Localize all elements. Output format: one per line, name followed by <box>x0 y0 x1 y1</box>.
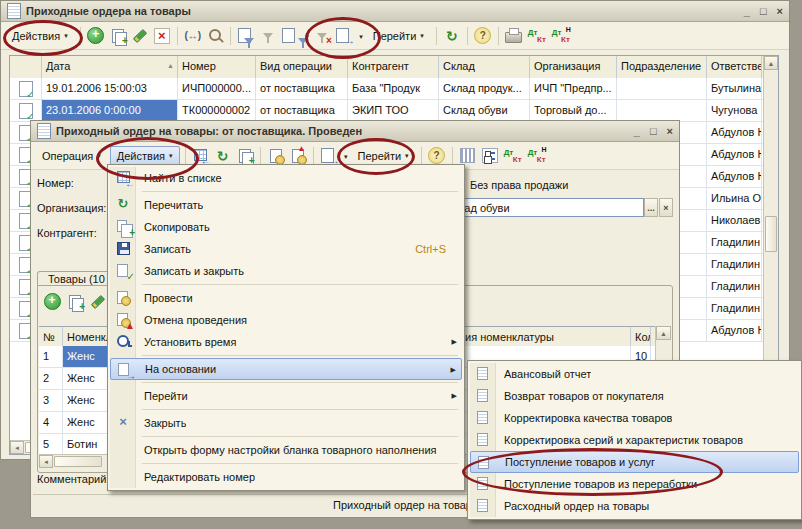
column-header[interactable]: Контрагент <box>348 56 439 78</box>
based-on-submenu-item-4[interactable]: Поступление товаров и услуг <box>470 451 799 473</box>
warehouse-select-button[interactable]: ... <box>644 198 658 217</box>
table-cell[interactable]: ЭКИП ТОО <box>348 100 439 121</box>
table-cell[interactable]: Гладилин <box>707 254 762 275</box>
table-cell[interactable]: Абдулов Ю <box>707 320 762 341</box>
table-cell[interactable]: ИЧП "Предпр... <box>530 78 617 99</box>
dt-kt-icon[interactable]: ДтКт <box>502 146 524 165</box>
filter-clear-icon[interactable]: × <box>312 26 332 45</box>
dt-kt-icon[interactable]: ДтКт <box>526 26 548 45</box>
dt-kt-n-icon[interactable]: НДтКт <box>550 26 572 45</box>
table-cell[interactable]: Склад обуви <box>439 100 530 121</box>
actions-menu-item-7[interactable]: Провести <box>110 287 462 309</box>
based-on-submenu-item-2[interactable]: Корректировка качества товаров <box>470 407 799 429</box>
actions-menu-item-13[interactable]: Перейти▶ <box>110 385 462 407</box>
goods-cell-num[interactable]: 3 <box>39 390 63 411</box>
add-icon[interactable]: + <box>42 292 62 311</box>
scroll-left-icon[interactable]: ◂ <box>39 455 53 468</box>
table-row[interactable]: 19.01.2006 15:00:03ИЧП000000...от постав… <box>10 78 763 100</box>
table-row[interactable]: 23.01.2006 0:00:00ТК000000002от поставщи… <box>10 100 763 122</box>
table-cell[interactable] <box>617 100 707 121</box>
table-cell[interactable]: Гладилин <box>707 232 762 253</box>
minimize-button[interactable]: _ <box>744 5 750 17</box>
table-cell[interactable]: База "Продук <box>348 78 439 99</box>
delete-icon[interactable]: × <box>152 26 172 45</box>
table-cell[interactable] <box>617 78 707 99</box>
copy-icon[interactable]: + <box>65 292 85 311</box>
column-header-num[interactable]: № <box>39 327 63 346</box>
table-cell[interactable]: Ильина О <box>707 188 762 209</box>
scrollbar-thumb[interactable] <box>54 456 102 467</box>
minimize-button[interactable]: _ <box>634 125 640 137</box>
goods-cell-num[interactable]: 5 <box>39 434 63 455</box>
table-cell[interactable]: Бутылина <box>707 78 762 99</box>
table-cell[interactable]: Абдулов Ю <box>707 166 762 187</box>
table-cell[interactable]: Торговый до... <box>530 100 617 121</box>
find-by-number-icon[interactable] <box>205 26 225 45</box>
column-header[interactable]: Подразделение <box>617 56 707 78</box>
table-cell[interactable]: от поставщика <box>256 100 348 121</box>
column-header[interactable]: Организация <box>530 56 617 78</box>
add-icon[interactable]: + <box>86 26 106 45</box>
actions-menu-item-15[interactable]: ×Закрыть <box>110 412 462 434</box>
maximize-button[interactable]: □ <box>760 5 767 17</box>
based-on-submenu-item-6[interactable]: Расходный ордер на товары <box>470 495 799 517</box>
print-forms-icon[interactable] <box>480 146 500 165</box>
help-icon[interactable]: ? <box>473 26 493 45</box>
based-on-submenu-item-3[interactable]: Корректировка серий и характеристик това… <box>470 429 799 451</box>
goods-cell-num[interactable]: 2 <box>39 368 63 389</box>
based-on-icon[interactable]: →▾ <box>334 26 364 45</box>
reread-icon[interactable]: ↻ <box>213 146 233 165</box>
post-icon[interactable] <box>266 146 286 165</box>
column-header[interactable]: Вид операции <box>256 56 348 78</box>
help-icon[interactable]: ? <box>427 146 447 165</box>
table-cell[interactable]: ИЧП000000... <box>178 78 256 99</box>
goods-cell-num[interactable]: 4 <box>39 412 63 433</box>
filter-by-value-icon[interactable] <box>258 26 278 45</box>
table-cell[interactable]: 23.01.2006 0:00:00 <box>42 100 178 121</box>
dt-kt-n-icon[interactable]: НДтКт <box>526 146 548 165</box>
scroll-up-icon[interactable]: ▲ <box>656 326 671 340</box>
scroll-left-icon[interactable]: ◂ <box>10 441 24 454</box>
table-cell[interactable]: Гладилин <box>707 276 762 297</box>
maximize-button[interactable]: □ <box>650 125 657 137</box>
actions-menu-item-11[interactable]: →На основании▶ <box>110 358 462 380</box>
actions-menu-item-9[interactable]: Установить время▶ <box>110 331 462 353</box>
column-header[interactable]: Номер <box>178 56 256 78</box>
table-cell[interactable]: Гладилин <box>707 298 762 319</box>
actions-menu-button[interactable]: Действия ▾ <box>5 26 75 46</box>
set-interval-icon[interactable]: (↔) <box>183 26 203 45</box>
column-header[interactable]: Ответственный <box>707 56 762 78</box>
table-cell[interactable]: Чугунова <box>707 100 762 121</box>
copy-icon[interactable]: + <box>235 146 255 165</box>
copy-icon[interactable]: + <box>108 26 128 45</box>
warehouse-clear-button[interactable]: × <box>659 198 673 217</box>
scrollbar-thumb[interactable] <box>765 216 777 252</box>
filter-menu-icon[interactable]: ▾ <box>280 26 310 45</box>
table-settings-icon[interactable] <box>458 146 478 165</box>
based-on-icon[interactable]: →▾ <box>319 146 349 165</box>
refresh-icon[interactable]: ↻ <box>442 26 462 45</box>
table-cell[interactable]: Склад продук... <box>439 78 530 99</box>
edit-icon[interactable] <box>130 26 150 45</box>
based-on-submenu-item-1[interactable]: Возврат товаров от покупателя <box>470 385 799 407</box>
actions-menu-item-8[interactable]: ▲Отмена проведения <box>110 309 462 331</box>
operation-menu-button[interactable]: Операция ▾ <box>35 146 108 166</box>
column-header[interactable]: Дата▲ <box>42 56 178 78</box>
goto-menu-button[interactable]: Перейти ▾ <box>351 146 416 166</box>
actions-menu-item-5[interactable]: ✓Записать и закрыть <box>110 260 462 282</box>
table-cell[interactable]: Николаев <box>707 210 762 231</box>
scroll-up-icon[interactable]: ▲ <box>764 56 778 70</box>
column-header-qty[interactable]: Кол-во <box>631 327 651 346</box>
actions-menu-item-17[interactable]: Открыть форму настройки бланка товарного… <box>110 439 462 461</box>
table-cell[interactable]: Абдулов Ю <box>707 144 762 165</box>
close-button[interactable]: × <box>777 5 783 17</box>
actions-menu-item-19[interactable]: Редактировать номер <box>110 466 462 488</box>
print-icon[interactable] <box>504 26 524 45</box>
actions-menu-button[interactable]: Действия ▾ <box>110 146 180 166</box>
based-on-submenu-item-0[interactable]: Авансовый отчет <box>470 363 799 385</box>
goto-menu-button[interactable]: Перейти ▾ <box>366 26 431 46</box>
table-cell[interactable]: 19.01.2006 15:00:03 <box>42 78 178 99</box>
table-cell[interactable]: Абдулов Ю <box>707 122 762 143</box>
based-on-submenu-item-5[interactable]: Поступление товаров из переработки <box>470 473 799 495</box>
unpost-icon[interactable]: ▲ <box>288 146 308 165</box>
